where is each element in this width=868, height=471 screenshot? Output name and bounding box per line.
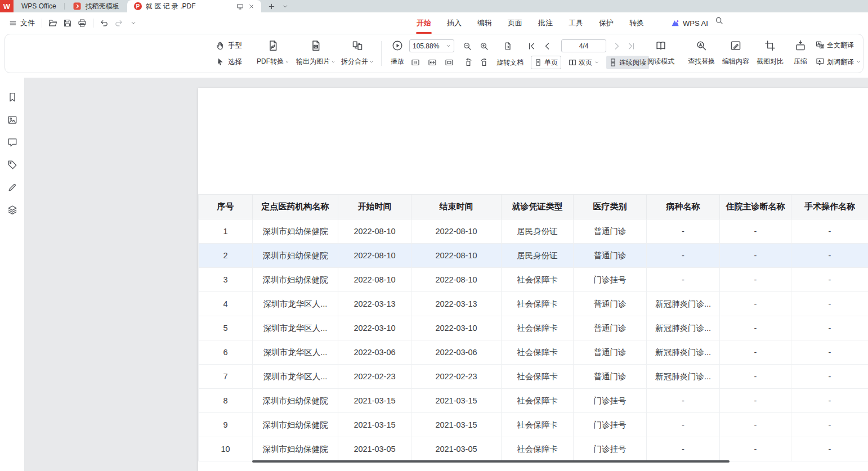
device-icon[interactable]	[236, 3, 244, 10]
rotate-doc-button[interactable]: 旋转文档	[494, 56, 526, 69]
undo-icon[interactable]	[97, 16, 111, 30]
menu-tab-编辑[interactable]: 编辑	[469, 12, 500, 34]
single-page-button[interactable]: 单页	[531, 56, 561, 69]
table-row[interactable]: 3深圳市妇幼保健院2022-08-102022-08-10社会保障卡门诊挂号--…	[199, 268, 868, 292]
tab-wps-office[interactable]: WPS Office	[14, 0, 64, 12]
continuous-reading-icon	[609, 59, 617, 66]
table-cell: 普通门诊	[574, 316, 647, 340]
table-cell: 2022-03-13	[338, 292, 411, 316]
table-row[interactable]: 8深圳市妇幼保健院2021-03-152021-03-15社会保障卡门诊挂号--…	[199, 389, 868, 413]
redo-icon[interactable]	[111, 16, 126, 30]
fit-page-button[interactable]	[443, 56, 455, 69]
table-cell: -	[720, 389, 791, 413]
edit-content-button[interactable]: 编辑内容	[718, 37, 753, 69]
page-jump-icon[interactable]	[502, 40, 514, 52]
save-icon[interactable]	[60, 16, 75, 30]
table-row[interactable]: 2深圳市妇幼保健院2022-08-102022-08-10居民身份证普通门诊--…	[199, 244, 868, 268]
print-icon[interactable]	[75, 16, 90, 30]
file-menu-button[interactable]: 文件	[6, 18, 38, 28]
last-page-button[interactable]	[625, 40, 638, 52]
play-icon	[392, 40, 403, 51]
pdf-convert-button[interactable]: PDF转换	[252, 37, 294, 69]
table-row[interactable]: 1深圳市妇幼保健院2022-08-102022-08-10居民身份证普通门诊--…	[199, 219, 868, 244]
zoom-out-button[interactable]	[461, 40, 473, 52]
wps-ai-button[interactable]: WPS AI	[671, 12, 708, 34]
continuous-reading-button[interactable]: 连续阅读	[606, 56, 649, 69]
compress-button[interactable]: 压缩	[789, 37, 812, 69]
menu-tab-插入[interactable]: 插入	[439, 12, 469, 34]
full-translate-button[interactable]: 全文翻译	[816, 38, 867, 52]
word-translate-button[interactable]: 划词翻译	[816, 55, 867, 69]
undo-history-icon[interactable]	[126, 16, 141, 30]
tab-docer-templates[interactable]: 找稻壳模板	[65, 0, 127, 12]
read-mode-button[interactable]: 阅读模式	[643, 37, 678, 69]
select-tool-button[interactable]: 选择	[216, 56, 242, 68]
menu-tab-批注[interactable]: 批注	[530, 12, 561, 34]
find-replace-label: 查找替换	[688, 57, 715, 66]
table-row[interactable]: 5深圳市龙华区人...2022-03-102022-03-10社会保障卡普通门诊…	[199, 316, 868, 340]
find-replace-button[interactable]: 查找替换	[684, 37, 719, 69]
single-page-label: 单页	[544, 58, 558, 68]
hand-tool-button[interactable]: 手型	[216, 39, 242, 52]
rotate-right-button[interactable]	[478, 56, 490, 69]
fit-width-button[interactable]	[426, 56, 439, 69]
open-file-icon[interactable]	[46, 16, 60, 30]
comments-panel-icon[interactable]	[7, 137, 17, 147]
bookmarks-panel-icon[interactable]	[7, 92, 17, 102]
table-cell: 3	[199, 268, 253, 292]
table-cell: 2022-02-23	[411, 365, 502, 389]
book-icon	[655, 40, 666, 51]
play-button[interactable]: 播放	[386, 37, 409, 69]
table-row[interactable]: 4深圳市龙华区人...2022-03-132022-03-13社会保障卡普通门诊…	[199, 292, 868, 316]
tab-document[interactable]: P 就 医 记 录 .PDF	[127, 0, 261, 12]
page-number-input[interactable]: 4/4	[561, 39, 606, 52]
split-merge-icon	[352, 40, 363, 51]
menu-tab-页面[interactable]: 页面	[500, 12, 530, 34]
rotate-left-button[interactable]	[462, 56, 475, 69]
tab-list-icon[interactable]	[282, 3, 288, 10]
layers-panel-icon[interactable]	[7, 205, 17, 215]
full-translate-label: 全文翻译	[827, 41, 854, 50]
table-cell: -	[791, 389, 868, 413]
column-header: 病种名称	[647, 195, 720, 219]
wps-logo[interactable]: W	[0, 0, 14, 12]
annotation-panel-icon[interactable]	[7, 182, 17, 192]
attachments-panel-icon[interactable]	[7, 160, 17, 170]
file-menu-label: 文件	[20, 18, 35, 28]
table-cell: 普通门诊	[574, 219, 647, 244]
first-page-button[interactable]	[525, 40, 538, 52]
table-cell: 2022-03-10	[411, 316, 502, 340]
menu-tab-工具[interactable]: 工具	[561, 12, 591, 34]
table-cell: -	[720, 268, 791, 292]
full-translate-icon	[816, 41, 825, 50]
menu-tab-开始[interactable]: 开始	[409, 12, 439, 34]
thumbnails-panel-icon[interactable]	[7, 115, 17, 125]
table-cell: 深圳市妇幼保健院	[253, 413, 338, 437]
table-row[interactable]: 7深圳市龙华区人...2022-02-232022-02-23社会保障卡普通门诊…	[199, 365, 868, 389]
table-horizontal-scrollbar[interactable]	[252, 460, 730, 463]
screenshot-compare-button[interactable]: 截图对比	[753, 37, 788, 69]
new-tab-icon[interactable]	[268, 3, 275, 10]
split-merge-button[interactable]: 拆分合并	[337, 37, 378, 69]
previous-page-button[interactable]	[541, 40, 553, 52]
zoom-in-button[interactable]	[478, 40, 490, 52]
table-cell: 深圳市妇幼保健院	[253, 437, 338, 461]
select-tool-label: 选择	[228, 57, 242, 67]
table-row[interactable]: 6深圳市龙华区人...2022-03-062022-03-06社会保障卡普通门诊…	[199, 340, 868, 365]
export-image-button[interactable]: 输出为图片	[294, 37, 337, 69]
next-page-button[interactable]	[611, 40, 623, 52]
word-translate-icon	[816, 57, 825, 66]
double-page-button[interactable]: 双页	[566, 56, 602, 69]
table-cell: -	[720, 340, 791, 365]
actual-size-button[interactable]	[409, 56, 422, 69]
zoom-combobox[interactable]: 105.88%	[409, 39, 454, 52]
close-tab-icon[interactable]	[248, 3, 254, 10]
table-row[interactable]: 9深圳市妇幼保健院2021-03-152021-03-15社会保障卡门诊挂号--…	[199, 413, 868, 437]
menu-tab-转换[interactable]: 转换	[621, 12, 652, 34]
menu-search-icon[interactable]	[715, 16, 723, 25]
table-cell: 2022-08-10	[411, 219, 502, 244]
table-row[interactable]: 10深圳市妇幼保健院2021-03-052021-03-05社会保障卡门诊挂号-…	[199, 437, 868, 461]
table-cell: -	[791, 292, 868, 316]
menu-tab-保护[interactable]: 保护	[591, 12, 621, 34]
document-canvas[interactable]: 序号定点医药机构名称开始时间结束时间就诊凭证类型医疗类别病种名称住院主诊断名称手…	[25, 78, 868, 471]
